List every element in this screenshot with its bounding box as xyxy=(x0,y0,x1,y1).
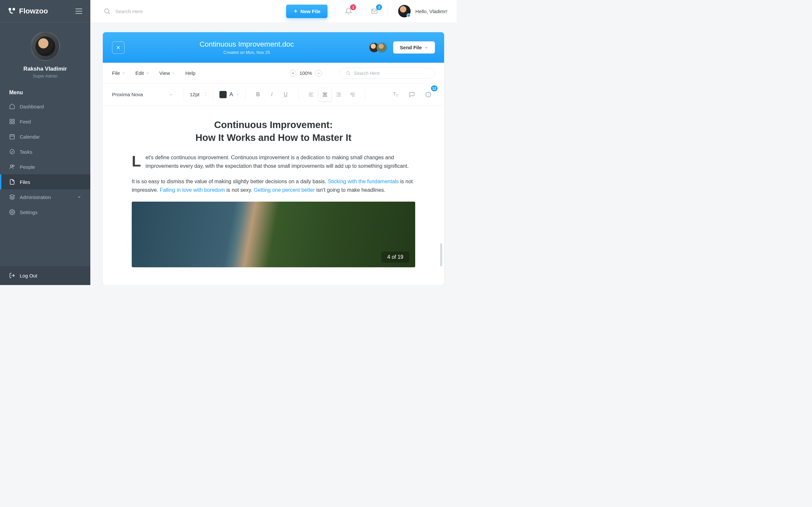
document-image[interactable]: 4 of 19 xyxy=(132,202,415,267)
search-input[interactable] xyxy=(115,8,201,14)
font-size-select[interactable]: 12pt xyxy=(190,92,207,97)
sidebar-item-label: Tasks xyxy=(20,149,32,155)
svg-line-20 xyxy=(108,12,110,14)
send-file-button[interactable]: Send File xyxy=(393,41,435,54)
plus-icon xyxy=(293,9,298,13)
brand-logo[interactable]: Flowzoo xyxy=(8,7,48,15)
align-left-button[interactable] xyxy=(305,88,318,101)
notifications-button[interactable]: 2 xyxy=(343,6,354,16)
status-dot xyxy=(407,13,411,17)
align-center-button[interactable] xyxy=(318,88,331,101)
user-menu[interactable]: Hello, Vladimr! xyxy=(398,5,447,17)
chevron-down-icon xyxy=(236,93,239,96)
sidebar-item-files[interactable]: Files xyxy=(0,174,90,189)
sidebar-item-people[interactable]: People xyxy=(0,159,90,174)
comment-button[interactable] xyxy=(405,88,419,101)
menu-file[interactable]: File xyxy=(112,70,125,76)
sidebar-item-label: People xyxy=(20,164,35,170)
sidebar-item-label: Settings xyxy=(20,210,38,215)
underline-button[interactable]: U xyxy=(279,88,292,101)
paragraph: Let's define continuous improvement. Con… xyxy=(132,153,415,170)
sidebar-item-label: Administration xyxy=(20,194,51,200)
chevron-up-icon[interactable] xyxy=(204,92,207,95)
gear-icon xyxy=(9,209,15,215)
italic-button[interactable]: I xyxy=(265,88,279,101)
sidebar-item-settings[interactable]: Settings xyxy=(0,205,90,220)
zoom-out-button[interactable] xyxy=(315,70,322,76)
scrollbar-thumb[interactable] xyxy=(440,243,442,266)
align-right-icon xyxy=(336,92,342,98)
link[interactable]: Falling in love with boredom xyxy=(160,187,225,193)
search-icon xyxy=(346,71,350,76)
align-justify-button[interactable] xyxy=(346,88,359,101)
logout-button[interactable]: Log Out xyxy=(0,266,90,285)
search-icon xyxy=(104,8,111,15)
people-icon xyxy=(9,164,15,170)
text-style-button[interactable]: TT xyxy=(389,88,402,101)
svg-rect-8 xyxy=(13,122,14,124)
align-center-icon xyxy=(322,92,328,98)
font-select[interactable]: Proxima Nova xyxy=(112,92,178,97)
global-search[interactable] xyxy=(104,8,278,15)
menu-view[interactable]: View xyxy=(159,70,175,76)
svg-point-29 xyxy=(346,71,349,74)
menu-edit[interactable]: Edit xyxy=(136,70,150,76)
align-left-icon xyxy=(308,92,314,98)
menu-help[interactable]: Help xyxy=(185,70,196,76)
svg-point-17 xyxy=(11,212,13,213)
close-button[interactable] xyxy=(112,41,124,54)
svg-rect-6 xyxy=(13,119,14,121)
messages-badge: 2 xyxy=(376,4,382,10)
history-button[interactable]: 12 xyxy=(422,88,435,101)
document-page[interactable]: Continuous Improvement: How It Works and… xyxy=(112,105,435,285)
sidebar-item-calendar[interactable]: Calendar xyxy=(0,129,90,144)
chevron-down-icon xyxy=(146,71,150,75)
grid-icon xyxy=(9,119,15,124)
history-icon xyxy=(425,91,432,98)
check-icon xyxy=(9,149,15,155)
chevron-down-icon xyxy=(169,93,173,97)
link[interactable]: Sticking with the fundamentals xyxy=(328,179,399,184)
new-file-button[interactable]: New File xyxy=(286,5,328,18)
bold-button[interactable]: B xyxy=(252,88,265,101)
color-swatch xyxy=(219,91,227,98)
zoom-in-button[interactable] xyxy=(290,70,296,76)
sidebar-item-dashboard[interactable]: Dashboard xyxy=(0,99,90,114)
svg-rect-7 xyxy=(10,122,11,124)
nav: DashboardFeedCalendarTasksPeopleFilesAdm… xyxy=(0,99,90,266)
sidebar-item-label: Calendar xyxy=(20,134,40,139)
brand-icon xyxy=(8,7,16,15)
svg-rect-5 xyxy=(10,119,11,121)
doc-header: Continuous Improvement.doc Created on Mo… xyxy=(103,32,444,63)
avatar[interactable] xyxy=(31,32,60,61)
minus-icon xyxy=(317,71,320,75)
new-file-label: New File xyxy=(301,8,321,14)
chevron-down-icon[interactable] xyxy=(204,95,207,97)
sidebar-item-tasks[interactable]: Tasks xyxy=(0,144,90,159)
svg-point-1 xyxy=(12,8,15,10)
link[interactable]: Getting one percent better xyxy=(254,187,315,193)
chevron-down-icon xyxy=(122,71,125,75)
sidebar-item-label: Feed xyxy=(20,119,31,124)
svg-point-13 xyxy=(10,150,14,154)
sidebar-item-administration[interactable]: Administration xyxy=(0,189,90,205)
doc-body[interactable]: Continuous Improvement: How It Works and… xyxy=(103,105,444,285)
doc-search[interactable] xyxy=(340,68,435,79)
logout-label: Log Out xyxy=(20,273,37,278)
image-counter: 4 of 19 xyxy=(381,251,409,263)
sidebar-item-feed[interactable]: Feed xyxy=(0,114,90,129)
chevron-down-icon xyxy=(424,46,428,50)
doc-search-input[interactable] xyxy=(354,71,429,76)
menu-heading: Menu xyxy=(0,84,90,99)
menu-bar: File Edit View Help 100% xyxy=(103,63,444,84)
align-right-button[interactable] xyxy=(332,88,345,101)
svg-marker-16 xyxy=(10,195,15,198)
text-color-button[interactable]: A xyxy=(219,91,239,98)
profile-block: Raksha Vladimir Super Admin xyxy=(0,22,90,84)
messages-button[interactable]: 2 xyxy=(370,6,379,16)
comment-icon xyxy=(409,92,415,98)
doc-title: Continuous Improvement.doc xyxy=(124,40,369,49)
home-icon xyxy=(9,103,15,109)
collaborators[interactable] xyxy=(369,42,387,53)
hamburger-icon[interactable] xyxy=(75,8,83,14)
